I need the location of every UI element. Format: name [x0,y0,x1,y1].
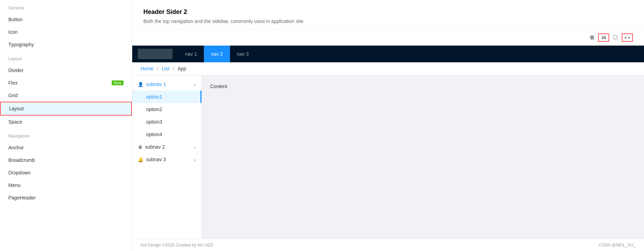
section-label-general: General [0,0,132,13]
side-menu-option1[interactable]: option1 [132,91,201,103]
subnav-3-chevron [193,157,196,162]
sidebar-item-breadcrumb[interactable]: Breadcrumb [0,154,132,166]
footer-watermark: CSDN @NEIL_XU_ [599,243,636,248]
nav-item-2[interactable]: nav 2 [204,46,230,62]
sidebar-item-label: Menu [8,182,21,188]
sidebar-item-label: Icon [8,29,17,35]
monitor-icon: 🖥 [138,144,142,150]
js-button[interactable]: JS [598,33,609,42]
sidebar-item-label: Divider [8,68,24,73]
section-label-navigation: Navigation [0,128,132,141]
settings-icon[interactable] [587,33,597,42]
demo-header: Header Sider 2 Both the top navigation a… [132,0,644,30]
demo-preview: nav 1 nav 2 nav 3 Home / List / App [132,46,644,251]
side-menu-option3[interactable]: option3 [132,116,201,128]
sidebar-item-label: Layout [9,106,24,111]
breadcrumb-current: App [178,66,186,71]
subnav-1-chevron [193,81,196,87]
main-content: Header Sider 2 Both the top navigation a… [132,0,644,251]
sidebar-item-button[interactable]: Button [0,13,132,26]
sidebar: General Button Icon Typography Layout Di… [0,0,132,251]
user-icon: 👤 [138,82,143,87]
breadcrumb-list[interactable]: List [162,66,169,71]
copy-icon[interactable] [611,33,620,42]
demo-description: Both the top navigation and the sidebar,… [143,18,633,24]
breadcrumb-sep-1: / [157,66,158,71]
sidebar-item-label: Anchor [8,145,24,150]
sidebar-item-label: Dropdown [8,170,31,175]
sidebar-item-anchor[interactable]: Anchor [0,141,132,154]
content-text: Content [210,84,227,89]
sidebar-item-label: Space [8,119,22,125]
sidebar-item-space[interactable]: Space [0,116,132,128]
footer-copyright: Ant Design ©2018 Created by Ant UED [141,243,213,248]
side-menu: 👤 subnav 1 option1 option2 option3 [132,75,202,239]
demo-toolbar: JS < > [132,30,644,46]
sidebar-item-label: PageHeader [8,195,36,201]
sidebar-item-label: Grid [8,93,17,98]
breadcrumb-sep-2: / [173,66,174,71]
side-menu-option2[interactable]: option2 [132,103,201,116]
subnav-2-chevron [193,144,196,150]
sidebar-item-layout[interactable]: Layout [0,102,132,116]
sidebar-item-divider[interactable]: Divider [0,64,132,77]
code-label: < > [625,36,630,40]
sidebar-item-typography[interactable]: Typography [0,38,132,51]
sidebar-item-icon[interactable]: Icon [0,26,132,38]
breadcrumb-bar: Home / List / App [132,62,644,75]
subnav-1-label: 👤 subnav 1 [138,81,166,87]
sidebar-item-menu[interactable]: Menu [0,179,132,191]
breadcrumb-home[interactable]: Home [141,66,153,71]
sidebar-item-dropdown[interactable]: Dropdown [0,166,132,179]
section-label-layout: Layout [0,51,132,64]
nav-item-1[interactable]: nav 1 [178,46,204,62]
sidebar-item-label: Breadcrumb [8,157,35,163]
demo-footer: Ant Design ©2018 Created by Ant UED CSDN… [132,239,644,251]
subnav-3-label: 🔔 subnav 3 [138,157,166,162]
sidebar-item-pageheader[interactable]: PageHeader [0,191,132,204]
code-button[interactable]: < > [622,33,633,42]
subnav-2-label: 🖥 subnav 2 [138,144,165,150]
content-area: Content [202,75,644,239]
nav-logo [138,49,173,59]
sidebar-item-label: Flex [8,80,17,86]
svg-rect-1 [613,36,617,39]
sidebar-item-label: Button [8,17,22,22]
top-nav: nav 1 nav 2 nav 3 [132,46,644,62]
demo-title: Header Sider 2 [143,8,633,16]
side-menu-option4[interactable]: option4 [132,128,201,141]
nav-item-3[interactable]: nav 3 [230,46,256,62]
app-layout: nav 1 nav 2 nav 3 Home / List / App [132,46,644,251]
new-badge: New [112,80,124,85]
subnav-2[interactable]: 🖥 subnav 2 [132,141,201,153]
subnav-3[interactable]: 🔔 subnav 3 [132,153,201,166]
subnav-1[interactable]: 👤 subnav 1 [132,78,201,91]
sidebar-item-label: Typography [8,42,34,47]
js-label: JS [601,36,606,40]
sidebar-item-grid[interactable]: Grid [0,89,132,102]
layout-body: 👤 subnav 1 option1 option2 option3 [132,75,644,239]
notification-icon: 🔔 [138,157,143,162]
sidebar-item-flex[interactable]: Flex New [0,77,132,89]
